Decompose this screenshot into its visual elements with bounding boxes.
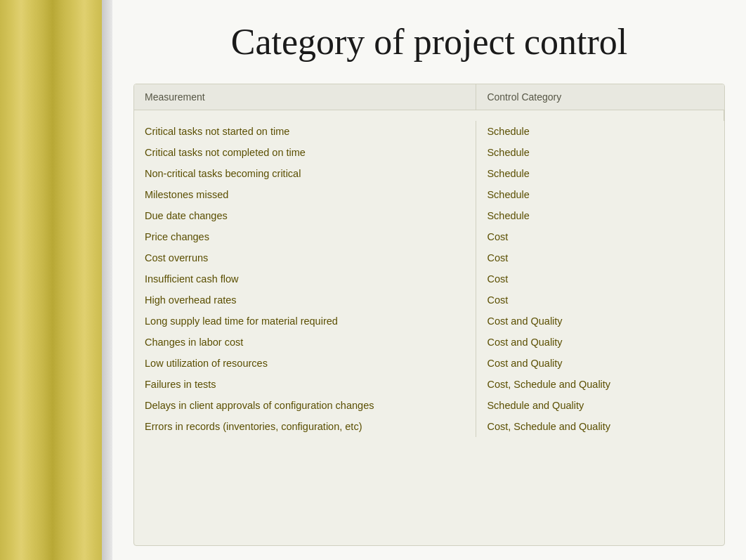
table-row: Due date changes Schedule	[134, 205, 724, 226]
category-cell: Schedule	[476, 184, 724, 205]
table-row: Insufficient cash flow Cost	[134, 268, 724, 289]
category-cell: Cost	[476, 268, 724, 289]
category-table: Measurement Control Category Critical ta…	[134, 84, 724, 437]
category-cell: Schedule	[476, 205, 724, 226]
category-cell: Schedule	[476, 163, 724, 184]
measurement-cell: Price changes	[134, 226, 476, 247]
measurement-cell: Changes in labor cost	[134, 332, 476, 353]
page-title: Category of project control	[133, 21, 725, 63]
category-cell: Cost, Schedule and Quality	[476, 416, 724, 437]
table-row: Milestones missed Schedule	[134, 184, 724, 205]
category-cell: Cost	[476, 226, 724, 247]
category-cell: Cost	[476, 247, 724, 268]
category-cell: Schedule	[476, 121, 724, 142]
measurement-cell: Critical tasks not completed on time	[134, 142, 476, 163]
table-container: Measurement Control Category Critical ta…	[133, 84, 725, 546]
category-cell: Cost and Quality	[476, 353, 724, 374]
measurement-cell: High overhead rates	[134, 289, 476, 311]
category-cell: Schedule	[476, 142, 724, 163]
table-row: Low utilization of resources Cost and Qu…	[134, 353, 724, 374]
measurement-cell: Failures in tests	[134, 374, 476, 395]
category-cell: Cost, Schedule and Quality	[476, 374, 724, 395]
measurement-cell: Long supply lead time for material requi…	[134, 311, 476, 332]
table-row: Long supply lead time for material requi…	[134, 311, 724, 332]
left-decoration	[0, 0, 112, 560]
measurement-cell: Cost overruns	[134, 247, 476, 268]
measurement-cell: Insufficient cash flow	[134, 268, 476, 289]
measurement-cell: Delays in client approvals of configurat…	[134, 395, 476, 416]
control-category-header: Control Category	[476, 84, 724, 110]
table-row: Errors in records (inventories, configur…	[134, 416, 724, 437]
measurement-cell: Non-critical tasks becoming critical	[134, 163, 476, 184]
table-row: Non-critical tasks becoming critical Sch…	[134, 163, 724, 184]
table-row: Failures in tests Cost, Schedule and Qua…	[134, 374, 724, 395]
table-row: Cost overruns Cost	[134, 247, 724, 268]
measurement-cell: Low utilization of resources	[134, 353, 476, 374]
table-row: Critical tasks not completed on time Sch…	[134, 142, 724, 163]
table-row: Price changes Cost	[134, 226, 724, 247]
measurement-header: Measurement	[134, 84, 476, 110]
category-cell: Cost	[476, 289, 724, 311]
measurement-cell: Errors in records (inventories, configur…	[134, 416, 476, 437]
table-row: High overhead rates Cost	[134, 289, 724, 311]
category-cell: Cost and Quality	[476, 311, 724, 332]
table-row: Delays in client approvals of configurat…	[134, 395, 724, 416]
measurement-cell: Milestones missed	[134, 184, 476, 205]
category-cell: Schedule and Quality	[476, 395, 724, 416]
category-cell: Cost and Quality	[476, 332, 724, 353]
table-row: Critical tasks not started on time Sched…	[134, 121, 724, 142]
measurement-cell: Critical tasks not started on time	[134, 121, 476, 142]
main-content: Category of project control Measurement …	[112, 0, 746, 560]
measurement-cell: Due date changes	[134, 205, 476, 226]
table-row: Changes in labor cost Cost and Quality	[134, 332, 724, 353]
